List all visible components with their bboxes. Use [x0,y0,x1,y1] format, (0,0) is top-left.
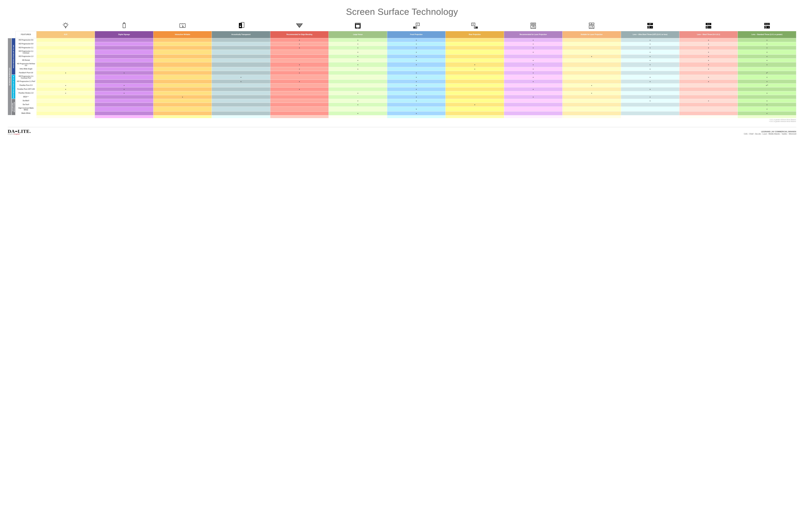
cell-front: ● [387,83,445,87]
cell-edge [270,75,329,79]
cell-alr [37,38,95,42]
cell-suitlaser [563,103,621,107]
cell-rear [445,99,504,103]
cell-standard: ● [738,42,796,46]
cell-front: ● [387,42,445,46]
cell-front [387,103,445,107]
cell-standard: ● [738,62,796,67]
table-row: HD Progressive 0.6●●●●●●● [16,38,796,42]
cell-rear [445,55,504,58]
cell-interactive [153,62,212,67]
cell-front: ● [387,75,445,79]
cell-signage [95,99,153,103]
cell-large: ● [329,58,387,62]
cell-reclaser [504,99,562,103]
cell-interactive [153,111,212,115]
page-title: Screen Surface Technology [8,6,796,17]
cell-acoustic [212,38,270,42]
cell-short [679,111,737,115]
table-row: HD Progressive 1.1●●●●●●● [16,46,796,50]
cell-alr [37,111,95,115]
cell-acoustic [212,55,270,58]
cell-ust: ● [621,62,679,67]
svg-text:R: R [473,23,474,25]
band-std: STANDARD RESOLUTION [12,99,15,115]
cell-interactive [153,46,212,50]
cell-rear: ● [445,103,504,107]
cell-short [679,95,737,99]
cell-large: ● [329,50,387,55]
cell-alr [37,79,95,83]
svg-text:Standard: Standard [765,23,769,24]
cell-ust: ● [621,95,679,99]
cell-acoustic [212,67,270,71]
cell-signage [95,38,153,42]
cell-rear [445,50,504,55]
cell-signage [95,107,153,111]
cell-front: ● [387,79,445,83]
cell-rear [445,71,504,75]
cell-large: ● [329,38,387,42]
cell-interactive [153,55,212,58]
cell-ust [621,103,679,107]
brand-item: Luxul [763,133,767,135]
cell-ust [621,91,679,95]
cell-reclaser: ● [504,38,562,42]
touch-icon [153,21,212,31]
cell-alr [37,75,95,79]
cell-suitlaser [563,38,621,42]
cell-short: ● [679,55,737,58]
cell-ust: ● [621,58,679,62]
cell-reclaser: ● [504,67,562,71]
brand-item: C2G [744,133,748,135]
cell-acoustic [212,107,270,111]
cell-interactive [153,83,212,87]
cell-short [679,103,737,107]
cell-standard: ● [738,99,796,103]
table-row: Parallax Stratos 1.0●●●●●● [16,91,796,95]
feature-name: HD Progressive ReView 0.9 [16,62,37,67]
cell-suitlaser [563,95,621,99]
table-row: Matte White●●● [16,111,796,115]
cell-alr: ● [37,87,95,91]
cell-interactive [153,107,212,111]
speaker-icon [212,21,270,31]
cell-front: ● [387,111,445,115]
col-header-large: Large Venue [329,31,387,38]
std-lens-icon: Standard [738,21,796,31]
cell-rear [445,79,504,83]
cell-ust: ● [621,67,679,71]
cell-alr: ● [37,71,95,75]
feature-name: HD Progressive 1.1 [16,46,37,50]
cell-rear: ● [445,62,504,67]
feature-name: HD Progressive 0.9 [16,42,37,46]
cell-alr [37,42,95,46]
cell-front: ● [387,71,445,75]
cell-rear [445,58,504,62]
cell-signage: ● [95,83,153,87]
cell-reclaser [504,91,562,95]
cell-signage: ● [95,87,153,91]
cell-interactive [153,99,212,103]
cell-suitlaser [563,107,621,111]
cell-large [329,75,387,79]
cell-front: ● [387,55,445,58]
cell-edge: ● [270,42,329,46]
table-row: Parallax Pure UST 0.45●●●●●● [16,87,796,91]
cell-reclaser [504,55,562,58]
spacer-row [16,115,796,118]
cell-large [329,71,387,75]
svg-point-12 [415,27,417,28]
cell-large: ● [329,62,387,67]
cell-reclaser [504,111,562,115]
feature-name: Da-Tex® [16,103,37,107]
cell-ust [621,111,679,115]
features-header: FEATURES [16,31,37,38]
cell-large: ● [329,91,387,95]
cell-interactive [153,87,212,91]
cell-reclaser: ● [504,62,562,67]
cell-large: ● [329,111,387,115]
cell-ust: ● [621,42,679,46]
cell-interactive [153,42,212,46]
surface-table: F R ★★★ ★ UST Short Standard FEATURES AL… [15,21,796,118]
